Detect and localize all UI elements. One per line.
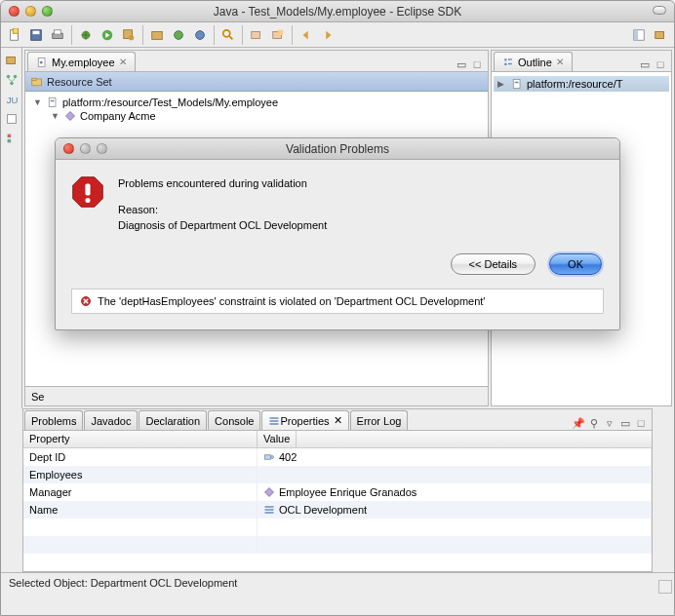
property-row[interactable]: Employees bbox=[23, 466, 652, 483]
window-title: Java - Test_Models/My.employee - Eclipse… bbox=[1, 5, 674, 19]
property-value[interactable]: OCL Development bbox=[258, 501, 652, 519]
print-button[interactable] bbox=[48, 25, 67, 45]
status-text: Selected Object: Department OCL Developm… bbox=[9, 577, 237, 589]
new-button[interactable] bbox=[5, 25, 24, 45]
properties-header: Property Value bbox=[23, 431, 652, 448]
tasks-icon[interactable] bbox=[5, 132, 19, 145]
back-button[interactable] bbox=[297, 25, 316, 45]
ju-icon[interactable]: JU bbox=[5, 93, 19, 106]
svg-rect-46 bbox=[270, 420, 279, 422]
main-titlebar: Java - Test_Models/My.employee - Eclipse… bbox=[1, 1, 674, 22]
svg-point-49 bbox=[271, 456, 274, 459]
column-property[interactable]: Property bbox=[23, 431, 258, 447]
svg-rect-47 bbox=[270, 423, 279, 425]
tab-declaration[interactable]: Declaration bbox=[139, 410, 207, 430]
minimize-view-icon[interactable]: ▭ bbox=[455, 58, 468, 71]
properties-body: Dept ID 402 Employees Manager Employee E… bbox=[23, 448, 652, 554]
folder-icon bbox=[31, 76, 43, 88]
close-tab-icon[interactable]: ✕ bbox=[119, 57, 127, 67]
tab-javadoc[interactable]: Javadoc bbox=[84, 410, 138, 430]
expand-arrow-icon[interactable]: ▼ bbox=[51, 111, 60, 121]
property-row[interactable]: Name OCL Development bbox=[23, 501, 652, 519]
save-button[interactable] bbox=[26, 25, 46, 45]
svg-rect-41 bbox=[504, 62, 506, 64]
expand-arrow-icon[interactable]: ▼ bbox=[33, 97, 43, 107]
property-row[interactable]: Manager Employee Enrique Granados bbox=[23, 483, 652, 501]
expand-arrow-icon[interactable]: ▶ bbox=[497, 79, 507, 89]
outline-row[interactable]: ▶ platform:/resource/T bbox=[494, 76, 669, 92]
tab-console[interactable]: Console bbox=[208, 410, 260, 430]
outline-row-label: platform:/resource/T bbox=[527, 78, 622, 90]
editor-tab-row: My.employee ✕ ▭ □ bbox=[25, 51, 488, 72]
dialog-button-row: << Details OK bbox=[56, 244, 619, 289]
forward-button[interactable] bbox=[318, 25, 338, 45]
status-bar: Selected Object: Department OCL Developm… bbox=[1, 572, 674, 592]
nav-button-2[interactable] bbox=[268, 25, 288, 45]
perspective-custom-button[interactable] bbox=[651, 25, 670, 45]
pin-icon[interactable]: 📌 bbox=[572, 416, 585, 430]
main-toolbar bbox=[1, 22, 674, 48]
editor-tab-label: My.employee bbox=[52, 57, 115, 68]
tab-properties[interactable]: Properties ✕ bbox=[261, 410, 348, 430]
new-class-button[interactable] bbox=[169, 25, 188, 45]
close-tab-icon[interactable]: ✕ bbox=[334, 414, 342, 427]
main-window: Java - Test_Models/My.employee - Eclipse… bbox=[0, 0, 675, 616]
svg-rect-44 bbox=[515, 82, 519, 84]
resource-icon bbox=[47, 96, 59, 108]
dialog-detail-panel[interactable]: The 'deptHasEmployees' constraint is vio… bbox=[71, 289, 604, 314]
svg-rect-51 bbox=[265, 506, 274, 508]
property-value[interactable] bbox=[258, 466, 652, 483]
close-tab-icon[interactable]: ✕ bbox=[556, 57, 564, 67]
column-value[interactable]: Value bbox=[258, 431, 297, 447]
svg-rect-43 bbox=[513, 80, 520, 89]
tree-child-row[interactable]: ▼ Company Acme bbox=[33, 109, 480, 123]
property-name: Employees bbox=[23, 466, 258, 483]
run-button[interactable] bbox=[98, 25, 117, 45]
svg-rect-37 bbox=[51, 100, 55, 102]
details-button[interactable]: << Details bbox=[451, 253, 536, 275]
tab-problems[interactable]: Problems bbox=[24, 410, 83, 430]
search-button[interactable] bbox=[218, 25, 238, 45]
outline-tab[interactable]: Outline ✕ bbox=[494, 52, 573, 71]
debug-button[interactable] bbox=[76, 25, 96, 45]
toolbar-pill-button[interactable] bbox=[653, 6, 666, 15]
new-package-button[interactable] bbox=[147, 25, 167, 45]
property-value[interactable]: 402 bbox=[258, 448, 652, 466]
perspective-button[interactable] bbox=[629, 25, 649, 45]
svg-line-15 bbox=[229, 35, 233, 39]
svg-rect-52 bbox=[265, 509, 274, 511]
external-tools-button[interactable] bbox=[119, 25, 139, 45]
property-row-empty bbox=[23, 536, 652, 554]
property-name: Name bbox=[23, 501, 258, 519]
property-value[interactable]: Employee Enrique Granados bbox=[258, 483, 652, 501]
package-explorer-icon[interactable] bbox=[5, 54, 19, 67]
tree-child-label: Company Acme bbox=[80, 110, 156, 122]
minimize-view-icon[interactable]: ▭ bbox=[618, 416, 632, 430]
open-type-button[interactable] bbox=[190, 25, 210, 45]
tab-error-log[interactable]: Error Log bbox=[350, 410, 409, 430]
navigator-icon[interactable] bbox=[5, 112, 19, 126]
maximize-view-icon[interactable]: □ bbox=[654, 58, 667, 71]
nav-button-1[interactable] bbox=[247, 25, 266, 45]
ok-button[interactable]: OK bbox=[549, 253, 602, 275]
validation-dialog: Validation Problems Problems encountered… bbox=[55, 137, 620, 330]
svg-marker-20 bbox=[326, 30, 331, 39]
property-name: Manager bbox=[23, 483, 258, 501]
dialog-titlebar[interactable]: Validation Problems bbox=[56, 138, 619, 160]
menu-icon[interactable]: ▿ bbox=[603, 416, 616, 430]
minimize-view-icon[interactable]: ▭ bbox=[638, 58, 652, 71]
svg-point-12 bbox=[175, 30, 183, 39]
filter-icon[interactable]: ⚲ bbox=[587, 416, 601, 430]
resize-grip[interactable] bbox=[658, 580, 672, 594]
property-row[interactable]: Dept ID 402 bbox=[23, 448, 652, 466]
hierarchy-icon[interactable] bbox=[5, 73, 19, 87]
maximize-view-icon[interactable]: □ bbox=[634, 416, 648, 430]
error-small-icon bbox=[80, 295, 92, 307]
svg-rect-36 bbox=[49, 98, 56, 107]
tree-root-row[interactable]: ▼ platform:/resource/Test_Models/My.empl… bbox=[33, 96, 480, 109]
dialog-body: Problems encountered during validation R… bbox=[56, 160, 619, 244]
editor-tab[interactable]: My.employee ✕ bbox=[27, 52, 136, 71]
editor-footer-tab[interactable]: Se bbox=[25, 386, 488, 405]
svg-rect-11 bbox=[152, 31, 163, 39]
maximize-view-icon[interactable]: □ bbox=[470, 58, 484, 71]
